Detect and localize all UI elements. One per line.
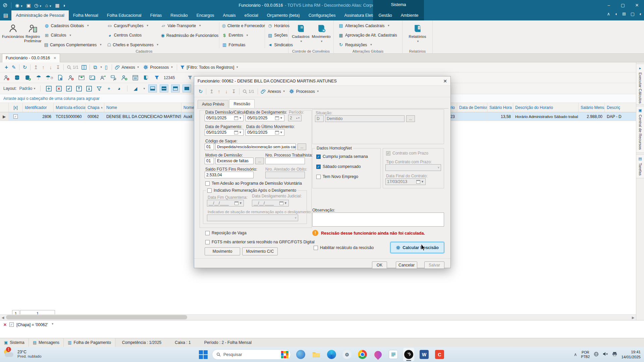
- dialog-processos-button[interactable]: Processos: [296, 89, 315, 94]
- side-tab-central-recursos[interactable]: ▣ Central de Recursos: [636, 106, 644, 153]
- close-tab-icon[interactable]: ✕: [53, 56, 56, 60]
- motivo-demissao-input[interactable]: 01: [205, 158, 214, 164]
- situacao-lookup-button[interactable]: ...: [406, 115, 415, 122]
- tray-expand-icon[interactable]: ∧: [574, 352, 577, 357]
- view-toggle-bottom[interactable]: [148, 84, 157, 93]
- row-checkbox-cell[interactable]: ✓: [9, 112, 23, 121]
- edit-record-icon[interactable]: ✎: [10, 64, 17, 71]
- codigo-saque-input[interactable]: 01: [205, 143, 214, 150]
- col-salario-hora[interactable]: Salário Hora: [487, 103, 513, 112]
- scroll-left-icon[interactable]: ◀: [0, 316, 6, 319]
- cancelar-demissao-icon[interactable]: [67, 74, 74, 81]
- close-button[interactable]: ✕: [630, 0, 644, 10]
- recalculo-checkbox[interactable]: Habilitar recálculo da rescisão: [314, 245, 374, 250]
- saldo-fgts-input[interactable]: 2.533,04: [205, 172, 254, 178]
- recalculo-box[interactable]: [314, 246, 318, 250]
- next-record-icon[interactable]: ↓: [47, 64, 54, 71]
- col-descricao2[interactable]: Descriç: [605, 103, 636, 112]
- admitir-funcionario-icon[interactable]: [121, 74, 128, 81]
- adesao-pdv-box[interactable]: [205, 181, 210, 186]
- view-toggle-split-h[interactable]: [160, 84, 168, 93]
- cadastros-globais-item[interactable]: ◍Cadastros Globais▼: [44, 23, 102, 28]
- col-matricula[interactable]: Matrícula eSocial: [54, 103, 86, 112]
- notes-app[interactable]: [388, 348, 399, 361]
- theme-moon-icon[interactable]: ◗: [63, 3, 65, 8]
- home-icon[interactable]: ⌂▼: [45, 3, 52, 8]
- clock-widget[interactable]: 19:41 14/01/2025: [621, 350, 641, 360]
- tab-ferias[interactable]: Férias: [146, 10, 166, 20]
- chefes-supervisores-item[interactable]: ☖Chefes e Supervisores▼: [107, 42, 156, 47]
- add-record-icon[interactable]: +: [3, 64, 10, 71]
- panel-icon[interactable]: ▢: [631, 11, 635, 16]
- search-bar[interactable]: Pesquisar: [212, 349, 291, 360]
- cumpriu-jornada-box[interactable]: ✓: [316, 155, 321, 159]
- movimento-cc-button[interactable]: Movimento C/C: [242, 247, 278, 255]
- status-sistema[interactable]: ▣Sistema: [0, 338, 29, 347]
- adesao-pdv-checkbox[interactable]: Tem Adesão ao Programa de Demissão Volun…: [205, 181, 302, 186]
- contrato-prazo-checkbox[interactable]: ✓ Contrato com Prazo: [386, 151, 428, 156]
- totvs-rm-app[interactable]: [403, 348, 414, 361]
- export-icon[interactable]: ⧉: [92, 64, 99, 71]
- copilot-app[interactable]: [295, 348, 306, 361]
- file-explorer-app[interactable]: [311, 348, 322, 361]
- envelope-icon[interactable]: [78, 74, 85, 81]
- window-layout-icon[interactable]: ⊞: [622, 11, 626, 16]
- col-data-demissao[interactable]: Data de Demissão: [457, 103, 487, 112]
- observacao-textarea[interactable]: [312, 213, 444, 227]
- dialog-close-icon[interactable]: ✕: [443, 78, 447, 84]
- theme-icon[interactable]: ◐: [639, 11, 642, 16]
- filter-selector[interactable]: [Filtro: Todos os Registros]: [187, 65, 234, 70]
- layout-selector[interactable]: Padrão▼: [19, 86, 36, 91]
- chrome-app[interactable]: [357, 348, 368, 361]
- calculos-item[interactable]: ⊞Cálculos▼: [44, 33, 102, 38]
- layout-export-icon[interactable]: [75, 85, 83, 92]
- afastamento-doc-icon[interactable]: [56, 74, 64, 81]
- minimize-button[interactable]: –: [602, 0, 616, 10]
- dialog-last-icon[interactable]: ↧: [230, 88, 237, 95]
- fgts-anterior-box[interactable]: [205, 240, 210, 244]
- vale-transporte-item[interactable]: ▱Vale-Transporte▼: [161, 23, 216, 28]
- refresh-icon[interactable]: ↻: [21, 64, 29, 71]
- aprovacao-item[interactable]: ▦Aprovação de Alt. Cadastrais: [338, 33, 397, 38]
- tab-configuracoes[interactable]: Configurações: [304, 10, 340, 20]
- filter-caret-icon[interactable]: ▼: [51, 322, 54, 325]
- calendario-calculo-icon[interactable]: [131, 74, 139, 81]
- reposicao-vaga-checkbox[interactable]: Reposição de Vaga: [205, 231, 247, 235]
- tipo-contrato-select[interactable]: ˅: [385, 164, 441, 171]
- data-demissao-input[interactable]: 05/01/2025▼: [205, 115, 244, 121]
- col-identificador[interactable]: Identificador: [23, 103, 54, 112]
- start-button[interactable]: [199, 350, 208, 359]
- grid-icon[interactable]: ▦: [55, 3, 59, 8]
- sabado-compensado-box[interactable]: ✓: [316, 165, 321, 169]
- funcionarios-button[interactable]: Funcionários: [2, 22, 24, 39]
- transferencia-icon[interactable]: [99, 74, 107, 81]
- settings-app[interactable]: ⚙: [341, 348, 353, 361]
- motivo-lookup-button[interactable]: ...: [255, 158, 264, 164]
- dialog-search-icon[interactable]: [241, 88, 249, 95]
- data-desligamento-input[interactable]: 05/01/2025▼: [246, 115, 284, 121]
- periodo-spinner[interactable]: 2▲▼: [288, 115, 302, 121]
- col-chapa[interactable]: Chapa▲: [86, 103, 104, 112]
- columns-icon[interactable]: [80, 64, 88, 71]
- reposicao-vaga-box[interactable]: [205, 231, 210, 235]
- col-check[interactable]: [x]: [9, 103, 23, 112]
- layout-delete-icon[interactable]: [55, 85, 62, 92]
- centros-custos-item[interactable]: ◕Centros Custos: [107, 33, 156, 38]
- dialog-anexos-button[interactable]: Anexos: [268, 89, 281, 94]
- novo-emprego-box[interactable]: [316, 175, 321, 179]
- processo-trabalhista-input[interactable]: [265, 158, 305, 164]
- substituicao-icon[interactable]: [110, 74, 117, 81]
- org-chart-icon[interactable]: ◉▼: [15, 3, 23, 8]
- scrollbar-thumb[interactable]: [6, 315, 187, 319]
- layout-rename-icon[interactable]: [65, 85, 72, 92]
- fgts-anterior-checkbox[interactable]: FGTS mês anterior será recolhido na GRFC…: [205, 240, 315, 244]
- language-switcher[interactable]: POR PTB2: [581, 350, 590, 359]
- layout-import-icon[interactable]: [85, 85, 93, 92]
- dialog-tab-aviso-previo[interactable]: Aviso Prévio: [198, 100, 228, 108]
- tab-esocial[interactable]: eSocial: [240, 10, 263, 20]
- anexos-button[interactable]: Anexos: [122, 65, 135, 70]
- col-descricao-horario[interactable]: Descrição do Horario: [513, 103, 579, 112]
- hamburger-icon[interactable]: ▤: [0, 12, 11, 18]
- alteracoes-cadastrais-item[interactable]: ▤Alterações Cadastrais▼: [338, 23, 397, 28]
- database-plus-icon[interactable]: [24, 74, 32, 81]
